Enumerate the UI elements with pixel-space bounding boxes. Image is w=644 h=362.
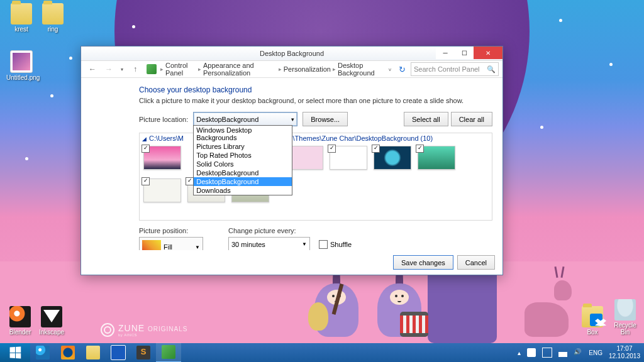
nav-toolbar: ← → ▾ ↑ ▸ Control Panel ▸ Appearance and…: [81, 61, 502, 78]
tray-overflow-icon[interactable]: ▴: [518, 349, 521, 356]
desktop-icon-untitled-png[interactable]: Untitled.png: [6, 50, 36, 81]
picture-location-dropdown[interactable]: DesktopBackground▾: [193, 112, 297, 126]
control-panel-icon: [147, 64, 157, 74]
wallpaper-deer: [525, 274, 569, 337]
taskbar-app-blue[interactable]: [106, 343, 131, 362]
picture-position-dropdown[interactable]: Fill▼: [139, 237, 203, 250]
breadcrumb-personalization[interactable]: Personalization: [284, 65, 331, 73]
wallpaper-thumbnail[interactable]: ✓: [143, 178, 180, 202]
desktop[interactable]: ZUNE ORIGINALSby AINCS krest ring Untitl…: [0, 0, 644, 362]
volume-icon[interactable]: 🔊: [574, 348, 582, 357]
window-title: Desktop Background: [260, 50, 324, 57]
action-center-icon[interactable]: [542, 348, 552, 358]
history-dropdown[interactable]: ▾: [118, 62, 126, 76]
page-heading: Choose your desktop background: [139, 85, 492, 94]
tray-dropbox-icon[interactable]: [527, 348, 536, 357]
picture-location-label: Picture location:: [139, 116, 188, 123]
titlebar[interactable]: Desktop Background ─ ☐ ✕: [81, 47, 502, 61]
taskbar: ▴ 🔊 ENG 17:0712.10.2013: [0, 343, 644, 362]
window-footer: Save changes Cancel: [81, 250, 502, 275]
taskbar-ie[interactable]: [30, 343, 55, 362]
start-button[interactable]: [0, 343, 30, 362]
save-changes-button[interactable]: Save changes: [393, 255, 453, 270]
close-button[interactable]: ✕: [474, 47, 502, 59]
breadcrumb-dropdown[interactable]: v: [386, 67, 394, 72]
language-indicator[interactable]: ENG: [589, 349, 602, 356]
network-icon[interactable]: [558, 348, 567, 357]
dropdown-option[interactable]: Top Rated Photos: [194, 151, 292, 160]
clear-all-button[interactable]: Clear all: [451, 112, 492, 126]
dropdown-option[interactable]: Downloads: [194, 186, 292, 195]
gallery-folder-1[interactable]: ◢C:\Users\M: [142, 134, 184, 142]
desktop-icon-recycle-bin[interactable]: Recycle Bin: [610, 299, 640, 336]
wallpaper-thumbnail[interactable]: ✓: [374, 146, 410, 170]
dropdown-option[interactable]: Windows Desktop Backgrounds: [194, 126, 292, 142]
thumbnail-checkbox[interactable]: ✓: [372, 145, 380, 153]
taskbar-control-panel[interactable]: [156, 343, 181, 362]
refresh-button[interactable]: ↻: [399, 65, 406, 74]
desktop-icon-folder-krest[interactable]: krest: [6, 3, 36, 33]
picture-position-label: Picture position:: [139, 227, 203, 234]
system-tray: ▴ 🔊 ENG 17:0712.10.2013: [514, 345, 644, 360]
maximize-button[interactable]: ☐: [455, 47, 474, 59]
forward-button[interactable]: →: [101, 62, 116, 76]
desktop-icon-folder-ring[interactable]: ring: [38, 3, 68, 33]
picture-location-dropdown-list: Windows Desktop Backgrounds Pictures Lib…: [193, 125, 292, 195]
cancel-button[interactable]: Cancel: [457, 255, 495, 270]
desktop-icon-blender[interactable]: Blender: [5, 306, 35, 336]
desktop-icon-inkscape[interactable]: Inkscape: [36, 306, 67, 336]
change-every-label: Change picture every:: [228, 227, 352, 234]
wallpaper-drum: [400, 312, 428, 337]
wallpaper-thumbnail[interactable]: ✓: [143, 146, 180, 170]
dropdown-option[interactable]: Pictures Library: [194, 142, 292, 151]
breadcrumb-appearance[interactable]: Appearance and Personalization: [203, 62, 277, 77]
change-interval-dropdown[interactable]: 30 minutes▼: [228, 237, 310, 250]
wallpaper-thumbnail[interactable]: ✓: [330, 146, 366, 170]
breadcrumb: ▸ Control Panel ▸ Appearance and Persona…: [160, 62, 385, 77]
minimize-button[interactable]: ─: [436, 47, 455, 59]
page-subtext: Click a picture to make it your desktop …: [139, 97, 492, 104]
search-icon: 🔍: [487, 65, 496, 74]
clock[interactable]: 17:0712.10.2013: [609, 345, 640, 360]
dropdown-option[interactable]: Solid Colors: [194, 160, 292, 168]
shuffle-checkbox[interactable]: Shuffle: [319, 240, 352, 249]
thumbnail-checkbox[interactable]: ✓: [142, 145, 150, 153]
thumbnail-checkbox[interactable]: ✓: [142, 177, 150, 185]
breadcrumb-control-panel[interactable]: Control Panel: [165, 62, 196, 77]
thumbnail-checkbox[interactable]: ✓: [328, 145, 336, 153]
gallery-folder-2[interactable]: ows\Themes\Zune Char\DesktopBackground (…: [280, 134, 433, 142]
search-input[interactable]: Search Control Panel🔍: [411, 62, 499, 76]
taskbar-sublime[interactable]: [131, 343, 156, 362]
thumbnail-checkbox[interactable]: ✓: [186, 177, 194, 185]
wallpaper-gallery: ◢C:\Users\M ows\Themes\Zune Char\Desktop…: [139, 133, 492, 221]
zune-logo: ZUNE ORIGINALSby AINCS: [101, 323, 187, 337]
taskbar-file-explorer[interactable]: [80, 343, 106, 362]
desktop-icon-box[interactable]: Box: [577, 306, 608, 336]
up-button[interactable]: ↑: [128, 62, 143, 76]
dropdown-option-selected[interactable]: DesktopBackground: [194, 177, 292, 186]
dropdown-option[interactable]: DesktopBackground: [194, 168, 292, 177]
breadcrumb-desktop-background[interactable]: Desktop Background: [338, 62, 385, 77]
position-preview-icon: [142, 240, 161, 250]
wallpaper-character-guitar: [314, 268, 358, 337]
desktop-background-window: Desktop Background ─ ☐ ✕ ← → ▾ ↑ ▸ Contr…: [80, 46, 503, 275]
wallpaper-thumbnail[interactable]: ✓: [418, 146, 454, 170]
select-all-button[interactable]: Select all: [404, 112, 448, 126]
back-button[interactable]: ←: [85, 62, 100, 76]
taskbar-firefox[interactable]: [55, 343, 80, 362]
thumbnail-checkbox[interactable]: ✓: [416, 145, 424, 153]
browse-button[interactable]: Browse...: [303, 112, 348, 126]
